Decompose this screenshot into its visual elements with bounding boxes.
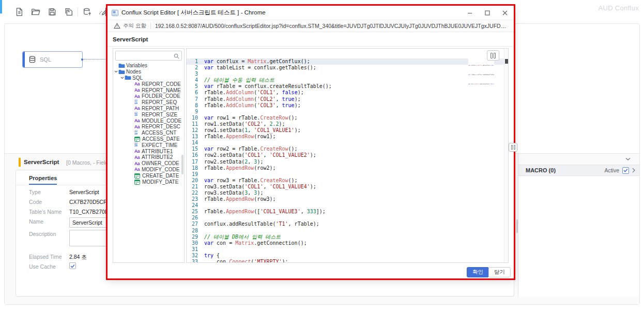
line-number: 24 xyxy=(187,202,204,209)
code-line[interactable]: 31 xyxy=(187,246,504,253)
code-line[interactable]: 18rTable.AppendRow(row2); xyxy=(187,165,504,171)
code-line[interactable]: 13rTable.AppendRow(row1); xyxy=(187,134,504,140)
tree-item-nodes[interactable]: Nodes xyxy=(113,69,184,75)
tab-properties[interactable]: Properties xyxy=(29,175,57,185)
chevron-down-icon[interactable] xyxy=(120,77,125,79)
macro-header[interactable]: MACRO (0) Active xyxy=(518,165,639,176)
tree-item-expect_time[interactable]: 1234EXPECT_TIME xyxy=(113,142,184,148)
code-line[interactable]: 33 con.Connect('MTXRPTY'); xyxy=(187,259,504,263)
tree-item-modify_date[interactable]: MODIFY_DATE xyxy=(113,179,184,185)
show-columns-panel-button[interactable] xyxy=(509,143,517,152)
tree-item-attribute1[interactable]: AaATTRIBUTE1 xyxy=(113,148,184,154)
new-document-button[interactable] xyxy=(13,6,25,18)
code-line[interactable]: 24 xyxy=(187,202,504,209)
code-line[interactable]: 2var tableList = conflux.getTables(); xyxy=(187,65,504,71)
tree-item-label: ATTRIBUTE2 xyxy=(142,154,173,160)
line-number: 23 xyxy=(187,196,204,202)
code-line[interactable]: 14 xyxy=(187,140,504,146)
code-line[interactable]: 15var row2 = rTable.CreateRow(); xyxy=(187,146,504,152)
code-line[interactable]: 30var con = Matrix.getConnection(); xyxy=(187,240,504,246)
code-line[interactable]: 21row3.setData('COL1', 'COL1_VALUE4'); xyxy=(187,184,504,190)
code-line[interactable]: 4// 테이블 수동 입력 테스트 xyxy=(187,77,504,83)
address-bar[interactable]: 주의 요함 192.168.0.52:8087/AUD/500/confluxS… xyxy=(108,20,514,32)
code-editor-panel: 1var conflux = Matrix.getConflux();2var … xyxy=(186,48,509,263)
code-line[interactable]: 1var conflux = Matrix.getConflux(); xyxy=(187,58,504,65)
url-text[interactable]: 192.168.0.52:8087/AUD/500/confluxScriptE… xyxy=(155,23,509,29)
tree-item-sql[interactable]: SQL xyxy=(113,75,184,81)
save-all-button[interactable] xyxy=(63,6,74,18)
collapse-panel-button[interactable] xyxy=(625,157,633,163)
code-line[interactable]: 27conflux.addResultTable('T1', rTable); xyxy=(187,221,504,227)
code-line[interactable]: 22row3.setData(3, 3); xyxy=(187,190,504,196)
code-line[interactable]: 10var row1 = rTable.CreateRow(); xyxy=(187,115,504,121)
code-line[interactable]: 19 xyxy=(187,171,504,178)
property-label: Use Cache xyxy=(29,262,69,270)
code-line[interactable]: 6rTable.AddColumn('COL1', false); xyxy=(187,90,504,96)
chevron-down-icon[interactable] xyxy=(114,70,118,73)
tree-item-access_cnt[interactable]: 1234ACCESS_CNT xyxy=(113,130,184,136)
tree-item-modify_code[interactable]: AaMODIFY_CODE xyxy=(113,167,184,173)
tree-item-owner_code[interactable]: AaOWNER_CODE xyxy=(113,160,184,167)
description-field[interactable] xyxy=(69,230,113,246)
code-line[interactable]: 25rTable.AppendRow(['COL1_VALUE3', 333])… xyxy=(187,209,504,215)
maximize-button[interactable] xyxy=(479,6,496,20)
window-titlebar[interactable]: Conflux Script Editor [ 서버스크립트 테스트 ] - C… xyxy=(108,6,514,20)
tree-item-access_date[interactable]: ACCESS_DATE xyxy=(113,136,184,142)
confirm-button[interactable]: 확인 xyxy=(467,267,489,277)
toolbar-divider xyxy=(78,7,78,17)
security-chip[interactable]: 주의 요함 xyxy=(123,22,146,30)
tree-item-module_code[interactable]: AaMODULE_CODE xyxy=(113,117,184,124)
code-line[interactable]: 12row1.setData(1, 'COL1_VALUE1'); xyxy=(187,127,504,134)
tree-item-report_size[interactable]: 1234REPORT_SIZE xyxy=(113,111,184,117)
code-line[interactable]: 26 xyxy=(187,215,504,221)
db-upload-button[interactable] xyxy=(82,6,93,18)
section-accent xyxy=(19,158,21,167)
sql-node[interactable]: SQL xyxy=(22,51,83,68)
tree-item-report_seq[interactable]: 1234REPORT_SEQ xyxy=(113,99,184,106)
tree-item-folder_code[interactable]: AaFOLDER_CODE xyxy=(113,93,184,99)
save-button[interactable] xyxy=(47,6,58,18)
code-line[interactable]: 23rTable.AppendRow(row3); xyxy=(187,196,504,202)
db-upload-icon xyxy=(83,7,92,17)
code-line[interactable]: 16row2.setData('COL1', 'COL1_VALUE2'); xyxy=(187,152,504,158)
tree-scrollbar-thumb[interactable] xyxy=(181,155,183,174)
code-line[interactable]: 29// 테이블 DB에서 입력 테스트 xyxy=(187,234,504,240)
code-line[interactable]: 9 xyxy=(187,109,504,115)
tree-search-input[interactable] xyxy=(118,52,172,60)
close-button[interactable] xyxy=(496,6,514,20)
string-field-icon: Aa xyxy=(134,124,142,129)
code-line[interactable]: 8rTable.AddColumn('COL3', true); xyxy=(187,102,504,109)
open-button[interactable] xyxy=(30,6,41,18)
tree-item-report_code[interactable]: AaREPORT_CODE xyxy=(113,81,184,87)
tab-serverscript[interactable]: ServerScript xyxy=(113,36,148,42)
code-line[interactable]: 32try { xyxy=(187,253,504,259)
editor-scrollbar[interactable] xyxy=(504,49,509,263)
property-label: Type xyxy=(29,188,69,195)
tree-item-create_date[interactable]: CREATE_DATE xyxy=(113,172,184,179)
code-line[interactable]: 5var rTable = conflux.createResultTable(… xyxy=(187,83,504,90)
close-dialog-button[interactable]: 닫기 xyxy=(488,267,511,277)
url-separator xyxy=(150,23,151,29)
editor-scrollbar-thumb[interactable] xyxy=(505,59,509,64)
macro-active-checkbox[interactable] xyxy=(622,167,629,174)
number-field-icon: 1234 xyxy=(134,143,142,148)
tree-item-report_path[interactable]: AaREPORT_PATH xyxy=(113,106,184,112)
folder-icon xyxy=(125,75,132,80)
code-line[interactable]: 11row1.setData('COL2', 2.2); xyxy=(187,121,504,127)
chevron-right-icon[interactable] xyxy=(632,168,635,173)
tree-item-attribute2[interactable]: AaATTRIBUTE2 xyxy=(113,154,184,160)
tree-item-variables[interactable]: Variables xyxy=(113,63,184,69)
code-line[interactable]: 7rTable.AddColumn('COL2', true); xyxy=(187,96,504,102)
use-cache-checkbox[interactable] xyxy=(69,262,76,269)
check-icon xyxy=(623,168,628,172)
code-line[interactable]: 20var row3 = rTable.CreateRow(); xyxy=(187,178,504,184)
tree-item-report_name[interactable]: AaREPORT_NAME xyxy=(113,87,184,93)
code-line[interactable]: 17row2.setData(2, 3); xyxy=(187,159,504,165)
code-line[interactable]: 28 xyxy=(187,228,504,234)
panel-splitter-handle[interactable] xyxy=(516,219,518,233)
tree-search-box[interactable] xyxy=(115,51,182,61)
split-view-button[interactable] xyxy=(487,50,499,61)
code-line[interactable]: 3 xyxy=(187,71,504,77)
tree-item-report_desc[interactable]: AaREPORT_DESC xyxy=(113,124,184,130)
minimize-button[interactable] xyxy=(461,6,479,20)
